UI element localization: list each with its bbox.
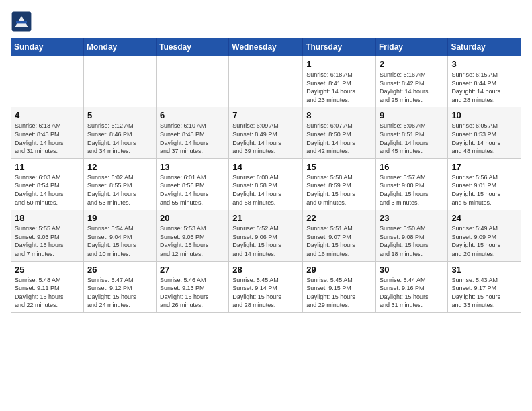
calendar-cell: 28Sunrise: 5:45 AM Sunset: 9:14 PM Dayli… [229,261,303,312]
day-number: 30 [380,265,444,275]
day-number: 10 [451,110,517,120]
day-number: 8 [306,110,372,120]
day-number: 19 [87,213,152,223]
day-number: 20 [160,213,225,223]
calendar-cell: 24Sunrise: 5:49 AM Sunset: 9:09 PM Dayli… [448,210,521,261]
days-header-row: SundayMondayTuesdayWednesdayThursdayFrid… [11,38,521,56]
day-number: 27 [160,265,225,275]
day-info: Sunrise: 6:18 AM Sunset: 8:41 PM Dayligh… [306,71,372,104]
week-row-1: 1Sunrise: 6:18 AM Sunset: 8:41 PM Daylig… [11,56,521,107]
day-info: Sunrise: 6:12 AM Sunset: 8:46 PM Dayligh… [87,122,152,155]
calendar-cell: 18Sunrise: 5:55 AM Sunset: 9:03 PM Dayli… [11,210,84,261]
day-info: Sunrise: 5:52 AM Sunset: 9:06 PM Dayligh… [232,224,299,258]
day-info: Sunrise: 5:50 AM Sunset: 9:08 PM Dayligh… [380,224,444,258]
calendar-cell: 30Sunrise: 5:44 AM Sunset: 9:16 PM Dayli… [375,261,447,312]
day-info: Sunrise: 5:44 AM Sunset: 9:16 PM Dayligh… [380,276,444,310]
day-header-saturday: Saturday [448,38,521,56]
calendar-cell: 6Sunrise: 6:10 AM Sunset: 8:48 PM Daylig… [157,107,229,158]
page-header [11,11,521,32]
day-number: 14 [232,162,299,172]
day-info: Sunrise: 5:56 AM Sunset: 9:01 PM Dayligh… [451,173,517,207]
day-number: 18 [15,213,80,223]
calendar-cell [229,56,303,107]
day-number: 28 [232,265,299,275]
day-number: 11 [15,162,80,172]
day-info: Sunrise: 6:00 AM Sunset: 8:58 PM Dayligh… [232,173,299,207]
day-number: 17 [451,162,517,172]
calendar-cell: 2Sunrise: 6:16 AM Sunset: 8:42 PM Daylig… [375,56,447,107]
calendar-cell: 26Sunrise: 5:47 AM Sunset: 9:12 PM Dayli… [83,261,156,312]
calendar-cell: 21Sunrise: 5:52 AM Sunset: 9:06 PM Dayli… [229,210,303,261]
day-info: Sunrise: 5:53 AM Sunset: 9:05 PM Dayligh… [160,224,225,258]
day-header-thursday: Thursday [303,38,376,56]
day-info: Sunrise: 5:55 AM Sunset: 9:03 PM Dayligh… [15,224,80,258]
day-number: 2 [380,59,444,69]
day-number: 22 [306,213,372,223]
calendar-cell: 25Sunrise: 5:48 AM Sunset: 9:11 PM Dayli… [11,261,84,312]
day-number: 13 [160,162,225,172]
calendar-cell: 16Sunrise: 5:57 AM Sunset: 9:00 PM Dayli… [375,158,447,210]
day-info: Sunrise: 5:51 AM Sunset: 9:07 PM Dayligh… [306,224,372,258]
calendar-cell: 1Sunrise: 6:18 AM Sunset: 8:41 PM Daylig… [303,56,376,107]
day-info: Sunrise: 5:43 AM Sunset: 9:17 PM Dayligh… [451,276,517,310]
calendar-cell: 13Sunrise: 6:01 AM Sunset: 8:56 PM Dayli… [157,158,229,210]
day-number: 24 [451,213,517,223]
logo-icon [11,11,32,32]
day-number: 31 [451,265,517,275]
day-number: 21 [232,213,299,223]
day-number: 12 [87,162,152,172]
calendar-cell: 11Sunrise: 6:03 AM Sunset: 8:54 PM Dayli… [11,158,84,210]
svg-rect-2 [16,21,27,23]
week-row-2: 4Sunrise: 6:13 AM Sunset: 8:45 PM Daylig… [11,107,521,158]
day-info: Sunrise: 5:54 AM Sunset: 9:04 PM Dayligh… [87,224,152,258]
day-number: 26 [87,265,152,275]
calendar-cell: 9Sunrise: 6:06 AM Sunset: 8:51 PM Daylig… [375,107,447,158]
calendar-cell: 19Sunrise: 5:54 AM Sunset: 9:04 PM Dayli… [83,210,156,261]
day-info: Sunrise: 6:02 AM Sunset: 8:55 PM Dayligh… [87,173,152,207]
day-number: 15 [306,162,372,172]
day-header-monday: Monday [83,38,156,56]
calendar-cell: 7Sunrise: 6:09 AM Sunset: 8:49 PM Daylig… [229,107,303,158]
calendar-cell: 3Sunrise: 6:15 AM Sunset: 8:44 PM Daylig… [448,56,521,107]
day-header-wednesday: Wednesday [229,38,303,56]
calendar-cell: 10Sunrise: 6:05 AM Sunset: 8:53 PM Dayli… [448,107,521,158]
day-info: Sunrise: 5:45 AM Sunset: 9:15 PM Dayligh… [306,276,372,310]
day-info: Sunrise: 5:45 AM Sunset: 9:14 PM Dayligh… [232,276,299,310]
day-number: 7 [232,110,299,120]
day-number: 9 [380,110,444,120]
day-number: 29 [306,265,372,275]
calendar-cell [157,56,229,107]
calendar-table: SundayMondayTuesdayWednesdayThursdayFrid… [11,38,521,313]
calendar-cell: 31Sunrise: 5:43 AM Sunset: 9:17 PM Dayli… [448,261,521,312]
week-row-5: 25Sunrise: 5:48 AM Sunset: 9:11 PM Dayli… [11,261,521,312]
calendar-cell: 27Sunrise: 5:46 AM Sunset: 9:13 PM Dayli… [157,261,229,312]
day-header-tuesday: Tuesday [157,38,229,56]
calendar-cell: 12Sunrise: 6:02 AM Sunset: 8:55 PM Dayli… [83,158,156,210]
calendar-cell [11,56,84,107]
day-info: Sunrise: 5:48 AM Sunset: 9:11 PM Dayligh… [15,276,80,310]
day-header-friday: Friday [375,38,447,56]
calendar-cell: 20Sunrise: 5:53 AM Sunset: 9:05 PM Dayli… [157,210,229,261]
day-number: 3 [451,59,517,69]
calendar-cell: 5Sunrise: 6:12 AM Sunset: 8:46 PM Daylig… [83,107,156,158]
day-info: Sunrise: 5:57 AM Sunset: 9:00 PM Dayligh… [380,173,444,207]
day-info: Sunrise: 6:05 AM Sunset: 8:53 PM Dayligh… [451,122,517,155]
day-number: 16 [380,162,444,172]
day-info: Sunrise: 6:07 AM Sunset: 8:50 PM Dayligh… [306,122,372,155]
day-info: Sunrise: 6:01 AM Sunset: 8:56 PM Dayligh… [160,173,225,207]
calendar-cell: 4Sunrise: 6:13 AM Sunset: 8:45 PM Daylig… [11,107,84,158]
day-info: Sunrise: 5:49 AM Sunset: 9:09 PM Dayligh… [451,224,517,258]
day-header-sunday: Sunday [11,38,84,56]
day-info: Sunrise: 6:06 AM Sunset: 8:51 PM Dayligh… [380,122,444,155]
calendar-cell: 15Sunrise: 5:58 AM Sunset: 8:59 PM Dayli… [303,158,376,210]
calendar-cell: 14Sunrise: 6:00 AM Sunset: 8:58 PM Dayli… [229,158,303,210]
day-info: Sunrise: 5:47 AM Sunset: 9:12 PM Dayligh… [87,276,152,310]
day-number: 6 [160,110,225,120]
calendar-cell: 23Sunrise: 5:50 AM Sunset: 9:08 PM Dayli… [375,210,447,261]
week-row-3: 11Sunrise: 6:03 AM Sunset: 8:54 PM Dayli… [11,158,521,210]
calendar-cell: 17Sunrise: 5:56 AM Sunset: 9:01 PM Dayli… [448,158,521,210]
calendar-cell: 29Sunrise: 5:45 AM Sunset: 9:15 PM Dayli… [303,261,376,312]
day-info: Sunrise: 6:15 AM Sunset: 8:44 PM Dayligh… [451,71,517,104]
day-info: Sunrise: 6:03 AM Sunset: 8:54 PM Dayligh… [15,173,80,207]
calendar-cell: 22Sunrise: 5:51 AM Sunset: 9:07 PM Dayli… [303,210,376,261]
